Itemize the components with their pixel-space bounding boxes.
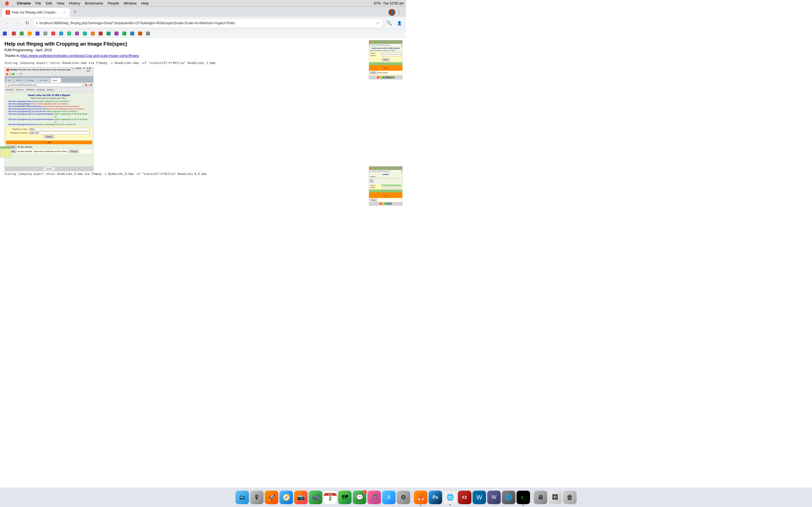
- chrome-tabbar: ✕ Help out ffmpeg with Cropping an Image…: [0, 7, 406, 17]
- menu-people[interactable]: People: [105, 0, 121, 6]
- menubar-right: 67% Tue 10:55 am: [374, 1, 404, 5]
- battery-indicator: 67%: [374, 1, 380, 5]
- firefox-tabs: TM... PHP 5... PHP.go... Info+Jav... Dea: [5, 76, 93, 82]
- bookmark-item[interactable]: [129, 30, 136, 37]
- thumbnail-2: localhost:8888/fileinfotable.php weblink…: [369, 166, 403, 206]
- ff-form-section: Filepath (or URL): Filespec (or Name): S…: [6, 127, 92, 140]
- menu-file[interactable]: File: [33, 0, 43, 6]
- submit-button[interactable]: Submit: [44, 135, 54, 138]
- firefox-url[interactable]: 🔒 localhost:8888/fileinfotable.php: [6, 83, 83, 87]
- chrome-toolbar: ‹ › ↻ ℹ localhost:8888/help_ffmpeg.php?a…: [0, 17, 406, 29]
- bookmarks-bar: [0, 29, 406, 38]
- tab-title: Help out ffmpeg with Cropping an Image F…: [12, 10, 60, 14]
- ff-report-title: Dead Links via File of URLs Report: [6, 93, 92, 97]
- bookmark-item[interactable]: [121, 30, 128, 37]
- profile-icon[interactable]: 👤: [389, 9, 395, 16]
- url-text: localhost:8888/help_ffmpeg.php?animage=D…: [40, 21, 374, 25]
- clock: Tue 10:55 am: [383, 1, 404, 5]
- menu-help[interactable]: Help: [139, 0, 151, 6]
- bookmark-item[interactable]: [144, 30, 152, 37]
- bookmark-star-icon[interactable]: ☆: [376, 21, 380, 25]
- filespec-label: Filespec (or Name):: [8, 132, 28, 134]
- mac-menubar: 🍎 Chrome File Edit View History Bookmark…: [0, 0, 406, 7]
- page-title: Help out ffmpeg with Cropping an Image F…: [4, 41, 402, 47]
- filepath-label: Filepath (or URL):: [8, 128, 28, 130]
- bookmark-item[interactable]: [113, 30, 120, 37]
- menu-history[interactable]: History: [66, 0, 82, 6]
- page-thanks: Thanks to https://www.oodlestechnologies…: [4, 54, 402, 58]
- ff-bottom-row: Browse No files selected. Report list of…: [6, 149, 92, 154]
- page-subtitle: RJM Programming - April, 2019: [4, 48, 402, 52]
- bookmark-item[interactable]: [26, 30, 33, 37]
- bookmark-item[interactable]: [81, 30, 89, 37]
- menu-view[interactable]: View: [54, 0, 66, 6]
- filespec-input[interactable]: [29, 131, 90, 134]
- reload-button[interactable]: ↻: [22, 18, 32, 27]
- new-tab-button[interactable]: +: [71, 8, 79, 16]
- firefox-address-bar: 🔒 localhost:8888/fileinfotable.php 🔖 ↓ ⚙: [5, 82, 93, 88]
- bookmark-item[interactable]: [50, 30, 57, 37]
- active-tab[interactable]: ✕ Help out ffmpeg with Cropping an Image…: [2, 8, 70, 17]
- thanks-link[interactable]: https://www.oodlestechnologies.com/blogs…: [20, 54, 139, 58]
- filepath-input[interactable]: [29, 128, 90, 131]
- apple-menu[interactable]: 🍎: [2, 0, 11, 6]
- back-button[interactable]: ‹: [2, 18, 11, 27]
- bookmark-item[interactable]: [42, 30, 49, 37]
- menu-window[interactable]: Window: [121, 0, 139, 6]
- small-thumbnail: [0, 146, 11, 158]
- command-line-1: Scaling (keeping aspect ratio) DeadLinks…: [4, 61, 402, 65]
- tab-favicon: ✕: [6, 10, 10, 15]
- firefox-bookmarks-bar: File Infor... Inbox Cl... Webhost... cjm…: [5, 88, 93, 92]
- ff-url-list: http://www.cjmprogramming.com.au/ exists…: [8, 100, 90, 126]
- search-icon[interactable]: 🔍: [385, 18, 394, 27]
- profile-button[interactable]: 👤: [395, 18, 404, 27]
- forward-button[interactable]: ›: [12, 18, 21, 27]
- chrome-window: ✕ Help out ffmpeg with Cropping an Image…: [0, 7, 406, 253]
- page-main: Help out ffmpeg with Cropping an Image F…: [0, 38, 406, 253]
- no-files-text-2: No files selected.: [17, 151, 33, 152]
- firefox-menubar: 🍎 Firefox File Edit View History Bookmar…: [5, 67, 93, 72]
- tab-strip-extras: +: [71, 8, 79, 17]
- app-menu-chrome[interactable]: Chrome: [15, 0, 33, 6]
- bookmark-item[interactable]: [10, 30, 17, 37]
- address-bar[interactable]: ℹ localhost:8888/help_ffmpeg.php?animage…: [33, 18, 384, 27]
- bookmark-item[interactable]: [1, 30, 10, 37]
- bookmark-item[interactable]: [73, 30, 81, 37]
- bookmark-item[interactable]: [97, 30, 104, 37]
- screenshot-container: 🍎 Firefox File Edit View History Bookmar…: [4, 67, 94, 171]
- right-thumbnails: localhost:8888/fileinfotable.php Dead Li…: [366, 38, 406, 208]
- ff-browse-row: Browse No files selected.: [6, 145, 92, 149]
- bookmark-item[interactable]: [137, 30, 144, 37]
- report-label: Report list of dead links of file of URL…: [34, 151, 68, 152]
- screenshot-caption: Scaling (keeping aspect ratio) DeadLinks…: [4, 172, 402, 175]
- no-files-text: No files selected.: [17, 146, 33, 148]
- lock-icon: ℹ: [36, 21, 38, 25]
- bookmark-item[interactable]: [89, 30, 96, 37]
- firefox-page: Dead Links via File of URLs Report Pleas…: [5, 92, 93, 166]
- bookmark-item[interactable]: [105, 30, 112, 37]
- ff-or-section: ... or ...: [6, 140, 92, 144]
- bookmark-item[interactable]: [34, 30, 41, 37]
- bookmark-item[interactable]: [18, 30, 26, 37]
- menu-edit[interactable]: Edit: [43, 0, 54, 6]
- menu-bookmarks[interactable]: Bookmarks: [83, 0, 105, 6]
- firefox-window: 🍎 Firefox File Edit View History Bookmar…: [5, 67, 93, 171]
- process-button[interactable]: Process: [69, 150, 79, 153]
- bookmark-item[interactable]: [65, 30, 73, 37]
- chrome-menu-icon[interactable]: ⋮: [396, 9, 402, 15]
- ff-subtitle: Please wait while we analyse your URLs..…: [6, 97, 92, 99]
- page-content: Help out ffmpeg with Cropping an Image F…: [0, 38, 406, 180]
- thumbnail-1: localhost:8888/fileinfotable.php Dead Li…: [369, 40, 403, 79]
- bookmark-item[interactable]: [57, 30, 65, 37]
- tab-close-button[interactable]: ×: [62, 10, 66, 15]
